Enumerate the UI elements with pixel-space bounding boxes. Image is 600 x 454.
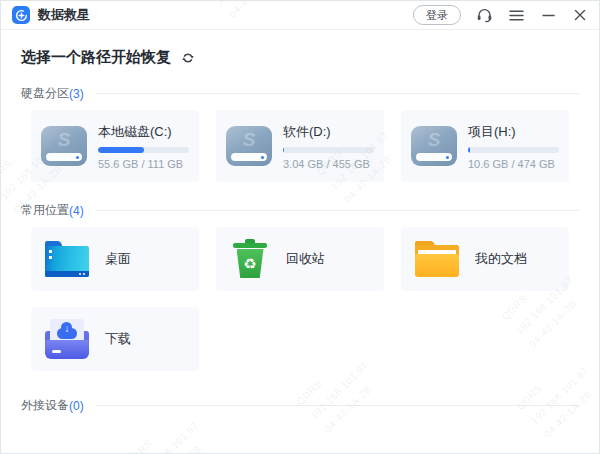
hard-drive-icon (226, 126, 272, 166)
drive-usage-bar (283, 147, 374, 153)
hard-drive-icon (411, 126, 457, 166)
main-content: 选择一个路径开始恢复 硬盘分区 (3) 本地 (1, 48, 599, 414)
login-button[interactable]: 登录 (413, 5, 461, 25)
menu-icon[interactable] (507, 6, 525, 24)
section-divider (96, 93, 579, 94)
location-label: 我的文档 (475, 250, 527, 268)
drive-card-grid: 本地磁盘(C:) 55.6 GB / 111 GB 软件(D:) 3.04 (31, 110, 569, 182)
location-label: 桌面 (105, 250, 131, 268)
desktop-folder-icon (45, 241, 89, 277)
location-label: 回收站 (286, 250, 325, 268)
app-title: 数据救星 (38, 6, 90, 24)
section-label: 硬盘分区 (21, 85, 69, 102)
recycle-bin-icon (230, 239, 270, 279)
support-headset-icon[interactable] (475, 6, 493, 24)
page-title: 选择一个路径开始恢复 (21, 48, 171, 67)
location-card-desktop[interactable]: 桌面 (31, 227, 199, 291)
location-card-recycle-bin[interactable]: 回收站 (216, 227, 384, 291)
section-header-partitions: 硬盘分区 (3) (21, 85, 579, 102)
drive-card-c[interactable]: 本地磁盘(C:) 55.6 GB / 111 GB (31, 110, 199, 182)
drive-usage-fill (98, 147, 144, 153)
download-tray-icon (45, 319, 89, 359)
drive-slot-light (46, 153, 82, 161)
app-logo-icon (12, 6, 30, 24)
location-card-grid: 桌面 回收站 我的文档 下载 (31, 227, 569, 371)
section-label: 常用位置 (21, 202, 69, 219)
minimize-icon[interactable] (539, 6, 557, 24)
titlebar: 数据救星 登录 (1, 1, 599, 30)
drive-slot-light (416, 153, 452, 161)
drive-name: 软件(D:) (283, 123, 374, 141)
drive-usage-bar (468, 147, 559, 153)
drive-slot-light (231, 153, 267, 161)
drive-card-d[interactable]: 软件(D:) 3.04 GB / 455 GB (216, 110, 384, 182)
app-window: QDRS192.168.101.9704-42-1A-2BQDRS192.168… (0, 0, 600, 454)
section-divider (96, 210, 579, 211)
drive-name: 项目(H:) (468, 123, 559, 141)
drive-info: 项目(H:) 10.6 GB / 474 GB (468, 123, 559, 170)
drive-size-text: 55.6 GB / 111 GB (98, 158, 189, 170)
drive-usage-fill (468, 147, 470, 153)
drive-size-text: 10.6 GB / 474 GB (468, 158, 559, 170)
drive-info: 软件(D:) 3.04 GB / 455 GB (283, 123, 374, 170)
section-count: (4) (69, 204, 84, 218)
section-count: (0) (69, 399, 84, 413)
section-count: (3) (69, 87, 84, 101)
drive-usage-fill (283, 147, 284, 153)
documents-folder-icon (415, 241, 459, 277)
section-header-external: 外接设备 (0) (21, 397, 579, 414)
refresh-icon[interactable] (181, 51, 195, 65)
hard-drive-icon (41, 126, 87, 166)
drive-size-text: 3.04 GB / 455 GB (283, 158, 374, 170)
heading-row: 选择一个路径开始恢复 (21, 48, 579, 67)
section-label: 外接设备 (21, 397, 69, 414)
section-header-locations: 常用位置 (4) (21, 202, 579, 219)
drive-name: 本地磁盘(C:) (98, 123, 189, 141)
drive-info: 本地磁盘(C:) 55.6 GB / 111 GB (98, 123, 189, 170)
section-divider (96, 405, 579, 406)
drive-usage-bar (98, 147, 189, 153)
drive-card-h[interactable]: 项目(H:) 10.6 GB / 474 GB (401, 110, 569, 182)
location-card-downloads[interactable]: 下载 (31, 307, 199, 371)
close-icon[interactable] (571, 6, 589, 24)
location-label: 下载 (105, 330, 131, 348)
location-card-documents[interactable]: 我的文档 (401, 227, 569, 291)
